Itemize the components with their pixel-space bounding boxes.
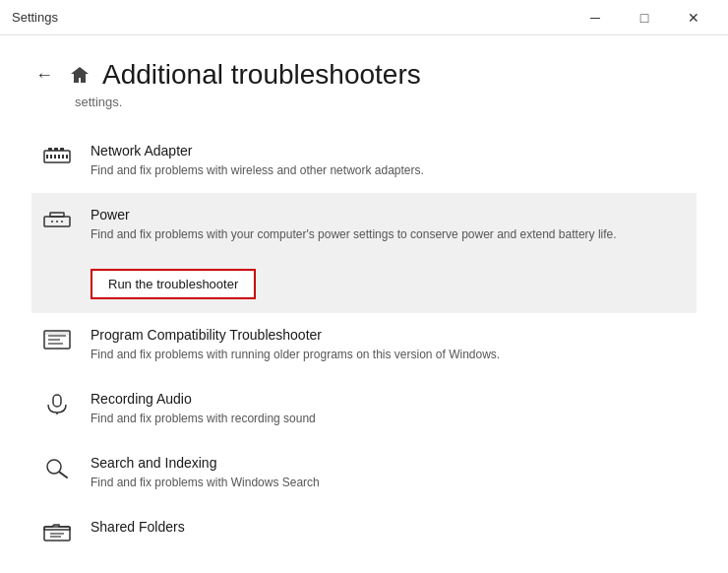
network-adapter-icon	[39, 145, 75, 166]
power-name: Power	[91, 207, 689, 223]
svg-rect-9	[66, 155, 68, 159]
titlebar: Settings ─ □ ✕	[0, 0, 728, 35]
search-indexing-text: Search and Indexing Find and fix problem…	[91, 455, 689, 491]
recording-audio-desc: Find and fix problems with recording sou…	[91, 410, 689, 427]
recording-audio-text: Recording Audio Find and fix problems wi…	[91, 391, 689, 427]
svg-rect-19	[44, 331, 70, 335]
svg-rect-6	[54, 155, 56, 159]
svg-rect-3	[60, 148, 64, 151]
svg-rect-20	[53, 395, 61, 407]
run-button-wrap: Run the troubleshooter	[91, 269, 256, 299]
close-button[interactable]: ✕	[671, 4, 716, 32]
shared-folders-icon	[39, 521, 75, 542]
ts-item-network-adapter[interactable]: Network Adapter Find and fix problems wi…	[31, 129, 697, 193]
ts-item-search-indexing[interactable]: Search and Indexing Find and fix problem…	[31, 441, 697, 505]
power-item-main: Power Find and fix problems with your co…	[39, 207, 689, 243]
svg-rect-4	[46, 155, 48, 159]
minimize-button[interactable]: ─	[573, 4, 618, 32]
network-adapter-name: Network Adapter	[91, 143, 689, 159]
svg-rect-8	[62, 155, 64, 159]
ts-item-shared-folders[interactable]: Shared Folders	[31, 505, 697, 556]
svg-rect-1	[48, 148, 52, 151]
ts-item-program-compat[interactable]: Program Compatibility Troubleshooter Fin…	[31, 313, 697, 377]
recording-audio-icon	[39, 393, 75, 414]
search-indexing-icon	[39, 457, 75, 478]
program-compat-icon	[39, 329, 75, 350]
shared-folders-text: Shared Folders	[91, 519, 689, 538]
power-desc: Find and fix problems with your computer…	[91, 225, 689, 243]
main-area: ← Additional troubleshooters settings.	[0, 35, 728, 573]
search-indexing-desc: Find and fix problems with Windows Searc…	[91, 474, 689, 491]
troubleshooter-list: Network Adapter Find and fix problems wi…	[31, 129, 697, 556]
content-panel: ← Additional troubleshooters settings.	[0, 35, 728, 573]
search-indexing-name: Search and Indexing	[91, 455, 689, 471]
page-header: ← Additional troubleshooters	[31, 59, 697, 91]
ts-item-power[interactable]: Power Find and fix problems with your co…	[31, 193, 697, 313]
network-adapter-text: Network Adapter Find and fix problems wi…	[91, 143, 689, 179]
titlebar-controls: ─ □ ✕	[573, 4, 716, 32]
page-subtitle: settings.	[75, 95, 697, 109]
power-text: Power Find and fix problems with your co…	[91, 207, 689, 243]
svg-rect-11	[50, 213, 64, 217]
titlebar-left: Settings	[12, 10, 58, 25]
program-compat-text: Program Compatibility Troubleshooter Fin…	[91, 327, 689, 363]
app-title: Settings	[12, 10, 58, 25]
recording-audio-name: Recording Audio	[91, 391, 689, 407]
power-icon	[39, 209, 75, 230]
svg-rect-2	[54, 148, 58, 151]
ts-item-recording-audio[interactable]: Recording Audio Find and fix problems wi…	[31, 377, 697, 441]
svg-line-23	[60, 473, 68, 478]
network-adapter-desc: Find and fix problems with wireless and …	[91, 161, 689, 179]
program-compat-desc: Find and fix problems with running older…	[91, 346, 689, 363]
program-compat-name: Program Compatibility Troubleshooter	[91, 327, 689, 343]
run-troubleshooter-button[interactable]: Run the troubleshooter	[91, 269, 256, 299]
svg-rect-5	[50, 155, 52, 159]
shared-folders-name: Shared Folders	[91, 519, 689, 535]
maximize-button[interactable]: □	[622, 4, 667, 32]
home-icon	[69, 64, 91, 86]
back-button[interactable]: ←	[31, 65, 57, 86]
page-title: Additional troubleshooters	[102, 59, 421, 91]
svg-rect-7	[58, 155, 60, 159]
